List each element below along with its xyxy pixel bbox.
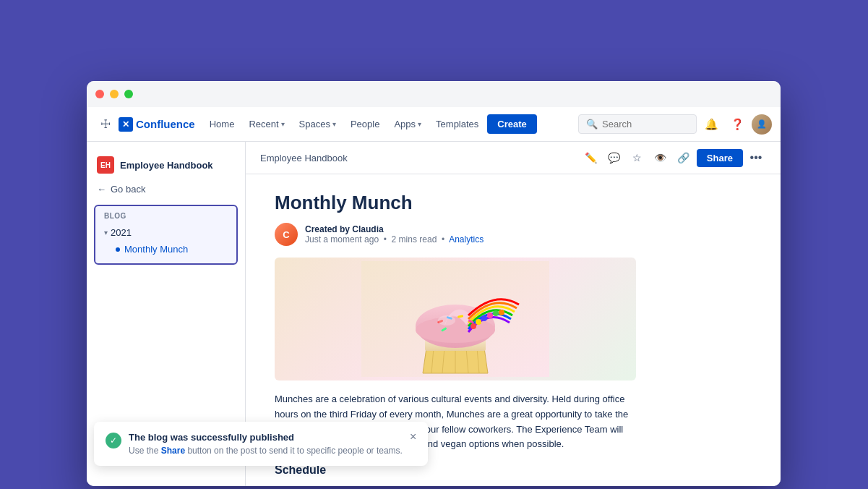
titlebar [87,81,781,107]
star-icon[interactable]: ☆ [627,148,648,168]
post-dot [116,247,120,252]
success-icon: ✓ [106,433,121,448]
avatar[interactable]: 👤 [752,114,772,135]
search-bar[interactable]: 🔍 [578,114,697,134]
nav-templates[interactable]: Templates [430,114,484,134]
share-button[interactable]: Share [697,149,743,167]
logo-text: Confluence [136,118,195,130]
meta-details: Just a moment ago • 2 mins read • Analyt… [305,234,484,244]
help-icon[interactable]: ❓ [726,113,749,136]
chevron-down-icon: ▾ [104,229,108,237]
cupcake-svg [361,261,549,377]
chevron-down-icon: ▾ [418,120,421,128]
navbar: ☩ ✕ Confluence Home Recent ▾ Spaces ▾ Pe… [87,107,781,142]
article-meta: C Created by Claudia Just a moment ago •… [275,223,752,246]
svg-point-17 [487,312,493,318]
comment-icon[interactable]: 💬 [604,148,624,168]
toolbar-icons: ✏️ 💬 ☆ 👁️ 🔗 Share ••• [581,148,766,168]
search-icon: 🔍 [586,119,598,129]
maximize-button[interactable] [124,90,133,98]
sidebar-post-item[interactable]: Monthly Munch [101,241,231,258]
author-avatar: C [275,223,298,246]
notifications-bell[interactable]: 🔔 [700,113,723,136]
meta-info: Created by Claudia Just a moment ago • 2… [305,224,484,244]
chevron-down-icon: ▾ [332,120,336,128]
chevron-down-icon: ▾ [281,120,285,128]
nav-apps[interactable]: Apps ▾ [388,114,427,134]
svg-point-18 [493,310,499,316]
svg-point-16 [481,315,487,321]
toast-close-button[interactable]: × [410,430,416,443]
blog-section: BLOG ▾ 2021 Monthly Munch [94,205,238,265]
close-button[interactable] [95,90,104,98]
svg-point-15 [476,319,481,325]
back-arrow-icon: ← [97,184,106,195]
svg-point-14 [470,323,476,329]
more-options-icon[interactable]: ••• [746,148,766,168]
nav-people[interactable]: People [345,114,385,134]
edit-icon[interactable]: ✏️ [581,148,601,168]
article-hero-image [275,258,636,380]
svg-point-20 [438,315,455,326]
space-header: EH Employee Handbook [87,150,245,179]
space-icon: EH [97,156,114,174]
toast-notification: ✓ The blog was successfully published Us… [94,422,428,466]
article-title: Monthly Munch [275,192,752,214]
nav-home[interactable]: Home [204,114,241,134]
nav-recent[interactable]: Recent ▾ [243,114,290,134]
page-toolbar: Employee Handbook ✏️ 💬 ☆ 👁️ 🔗 Share ••• [246,142,781,174]
link-icon[interactable]: 🔗 [674,148,694,168]
meta-created: Created by Claudia [305,224,484,234]
confluence-logo[interactable]: ✕ Confluence [119,117,195,132]
go-back-button[interactable]: ← Go back [87,179,245,199]
schedule-text: Crispy Stuffed Lotus Root with Pork, Egg… [275,485,636,486]
space-name: Employee Handbook [120,160,213,171]
search-input[interactable] [602,119,689,129]
analytics-link[interactable]: Analytics [449,234,484,244]
view-icon[interactable]: 👁️ [650,148,671,168]
toast-text: Use the Share button on the post to send… [129,446,403,456]
toast-title: The blog was successfully published [129,432,403,443]
breadcrumb: Employee Handbook [260,153,578,163]
nav-spaces[interactable]: Spaces ▾ [293,114,342,134]
blog-label: BLOG [101,212,231,224]
minimize-button[interactable] [110,90,119,98]
svg-point-19 [499,310,504,315]
sidebar-year[interactable]: ▾ 2021 [101,224,231,241]
logo-icon: ✕ [119,117,133,132]
toast-body: The blog was successfully published Use … [129,432,403,456]
cupcake-illustration [275,258,636,380]
create-button[interactable]: Create [487,114,536,134]
grid-icon[interactable]: ☩ [95,114,116,135]
